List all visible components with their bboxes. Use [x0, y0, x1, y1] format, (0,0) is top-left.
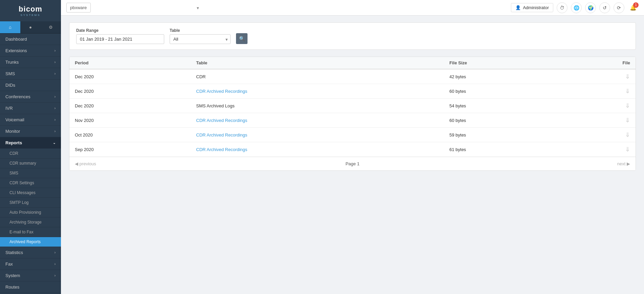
download-icon[interactable]: ⇓ [566, 73, 630, 80]
logo-text: bicom [19, 5, 42, 14]
filter-bar: Date Range Table All CDR CDR Archived Re… [69, 22, 636, 50]
sidebar-subitem-cdr[interactable]: CDR [0, 149, 61, 159]
home-icon-btn[interactable]: ⌂ [0, 21, 20, 33]
cell-file-size: 60 bytes [444, 113, 560, 128]
gear-icon-btn[interactable]: ⚙ [41, 21, 61, 33]
sidebar-item-dids[interactable]: DIDs [0, 80, 61, 91]
table-row: Dec 2020CDR Archived Recordings60 bytes⇓ [69, 84, 636, 99]
date-range-input[interactable] [76, 34, 164, 44]
cell-file[interactable]: ⇓ [560, 69, 636, 84]
cell-file[interactable]: ⇓ [560, 128, 636, 142]
cell-file[interactable]: ⇓ [560, 142, 636, 157]
date-range-label: Date Range [76, 28, 164, 33]
col-table: Table [191, 57, 444, 69]
download-icon[interactable]: ⇓ [566, 131, 630, 139]
sidebar-item-conferences[interactable]: Conferences› [0, 91, 61, 103]
table-select[interactable]: All CDR CDR Archived Recordings SMS Arch… [170, 34, 231, 44]
sidebar-item-extensions[interactable]: Extensions› [0, 45, 61, 57]
sync-button[interactable]: ⟳ [614, 2, 624, 13]
table-body: Dec 2020CDR42 bytes⇓Dec 2020CDR Archived… [69, 69, 636, 157]
cell-file[interactable]: ⇓ [560, 99, 636, 113]
table: Period Table File Size File Dec 2020CDR4… [69, 57, 636, 157]
cell-table: CDR [191, 69, 444, 84]
download-icon[interactable]: ⇓ [566, 146, 630, 153]
sidebar-subitem-smtp-log[interactable]: SMTP Log [0, 198, 61, 208]
refresh-button[interactable]: ↺ [599, 2, 610, 13]
cell-period: Oct 2020 [69, 128, 191, 142]
sidebar-subitem-cli-messages[interactable]: CLI Messages [0, 188, 61, 198]
world-button[interactable]: 🌍 [585, 2, 596, 13]
user-icon: 👤 [515, 5, 521, 10]
logo-sub: SYSTEMS [19, 14, 42, 17]
sidebar-item-sms[interactable]: SMS› [0, 68, 61, 80]
col-file-size: File Size [444, 57, 560, 69]
cell-period: Dec 2020 [69, 84, 191, 99]
download-icon[interactable]: ⇓ [566, 102, 630, 109]
cell-file[interactable]: ⇓ [560, 84, 636, 99]
cell-file[interactable]: ⇓ [560, 113, 636, 128]
globe-button[interactable]: 🌐 [571, 2, 582, 13]
nav-list: Dashboard Extensions› Trunks› SMS› DIDs … [0, 34, 61, 294]
page-info: Page 1 [345, 161, 359, 166]
sidebar: bicom SYSTEMS ⌂ ● ⚙ Dashboard Extensions… [0, 0, 61, 294]
search-icon: 🔍 [239, 36, 245, 41]
sidebar-item-reports[interactable]: Reports ⌄ [0, 137, 61, 149]
sidebar-subitem-email-to-fax[interactable]: E-mail to Fax [0, 227, 61, 237]
cell-file-size: 54 bytes [444, 99, 560, 113]
sidebar-subitem-auto-provisioning[interactable]: Auto Provisioning [0, 208, 61, 217]
table-label: Table [170, 28, 231, 33]
cell-table[interactable]: CDR Archived Recordings [191, 142, 444, 157]
col-period: Period [69, 57, 191, 69]
table-header-row: Period Table File Size File [69, 57, 636, 69]
table-row: Nov 2020CDR Archived Recordings60 bytes⇓ [69, 113, 636, 128]
pagination: ◀ previous Page 1 next ▶ [69, 157, 636, 170]
pbxware-select-wrapper: pbxware [66, 3, 202, 13]
cell-period: Nov 2020 [69, 113, 191, 128]
cell-period: Dec 2020 [69, 99, 191, 113]
prev-page-button[interactable]: ◀ previous [75, 161, 96, 166]
cell-file-size: 60 bytes [444, 84, 560, 99]
table-field: Table All CDR CDR Archived Recordings SM… [170, 28, 231, 44]
topbar: pbxware 👤 Administrator ⏱ 🌐 🌍 ↺ ⟳ 🔔 1 [61, 0, 644, 16]
download-icon[interactable]: ⇓ [566, 87, 630, 95]
sidebar-item-ivr[interactable]: IVR› [0, 103, 61, 114]
cell-table[interactable]: CDR Archived Recordings [191, 84, 444, 99]
sidebar-item-monitor[interactable]: Monitor› [0, 126, 61, 137]
search-button[interactable]: 🔍 [236, 33, 248, 44]
notification-button[interactable]: 🔔 1 [628, 2, 639, 13]
sidebar-subitem-archived-reports[interactable]: Archived Reports [0, 237, 61, 247]
sidebar-item-voicemail[interactable]: Voicemail› [0, 114, 61, 126]
sidebar-icon-bar: ⌂ ● ⚙ [0, 21, 61, 34]
table-row: Sep 2020CDR Archived Recordings61 bytes⇓ [69, 142, 636, 157]
archived-reports-table: Period Table File Size File Dec 2020CDR4… [69, 57, 636, 171]
globe-icon-btn[interactable]: ● [20, 21, 41, 33]
next-page-button[interactable]: next ▶ [617, 161, 630, 166]
sidebar-item-dashboard[interactable]: Dashboard [0, 34, 61, 45]
clock-button[interactable]: ⏱ [557, 2, 567, 13]
col-file: File [560, 57, 636, 69]
sidebar-subitem-cdr-summary[interactable]: CDR summary [0, 159, 61, 168]
content-area: Date Range Table All CDR CDR Archived Re… [61, 16, 644, 294]
sidebar-subitem-cdr-settings[interactable]: CDR Settings [0, 178, 61, 188]
main-area: pbxware 👤 Administrator ⏱ 🌐 🌍 ↺ ⟳ 🔔 1 Da… [61, 0, 644, 294]
notification-badge: 1 [633, 2, 639, 8]
cell-period: Sep 2020 [69, 142, 191, 157]
date-range-field: Date Range [76, 28, 164, 44]
sidebar-subitem-archiving-storage[interactable]: Archiving Storage [0, 217, 61, 227]
sidebar-item-system[interactable]: System› [0, 270, 61, 281]
sidebar-item-routes[interactable]: Routes [0, 281, 61, 293]
sidebar-subitem-sms-report[interactable]: SMS [0, 168, 61, 178]
cell-period: Dec 2020 [69, 69, 191, 84]
cell-table[interactable]: CDR Archived Recordings [191, 128, 444, 142]
pbxware-select[interactable]: pbxware [66, 3, 91, 13]
cell-file-size: 61 bytes [444, 142, 560, 157]
sidebar-item-statistics[interactable]: Statistics› [0, 247, 61, 258]
sidebar-item-fax[interactable]: Fax› [0, 258, 61, 270]
cell-table[interactable]: CDR Archived Recordings [191, 113, 444, 128]
cell-table: SMS Archived Logs [191, 99, 444, 113]
download-icon[interactable]: ⇓ [566, 117, 630, 124]
sidebar-item-trunks[interactable]: Trunks› [0, 57, 61, 68]
table-row: Oct 2020CDR Archived Recordings59 bytes⇓ [69, 128, 636, 142]
admin-button[interactable]: 👤 Administrator [511, 3, 553, 12]
table-row: Dec 2020CDR42 bytes⇓ [69, 69, 636, 84]
